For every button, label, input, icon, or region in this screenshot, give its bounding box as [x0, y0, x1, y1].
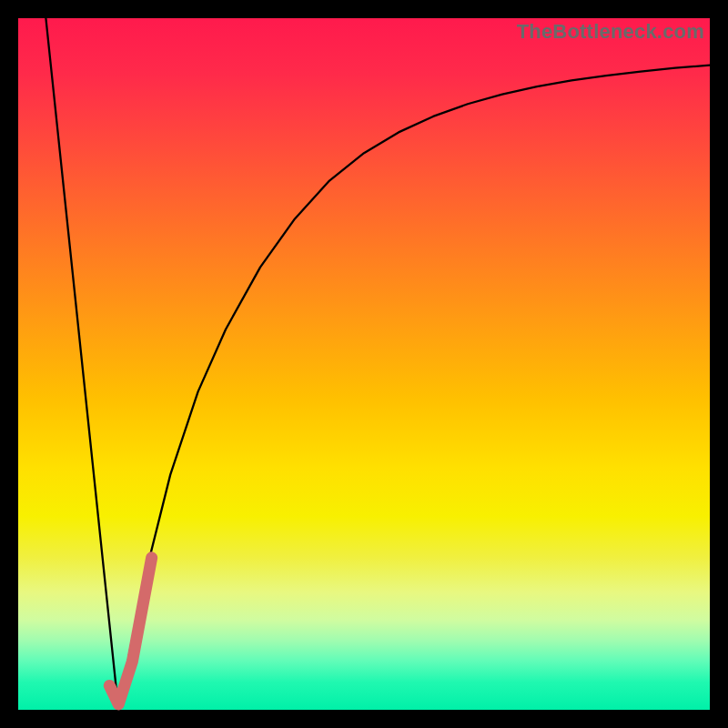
series-left-line: [46, 18, 118, 710]
series-right-curve: [118, 66, 710, 710]
plot-area: TheBottleneck.com: [18, 18, 710, 710]
chart-svg: [18, 18, 710, 710]
chart-frame: TheBottleneck.com: [0, 0, 728, 728]
